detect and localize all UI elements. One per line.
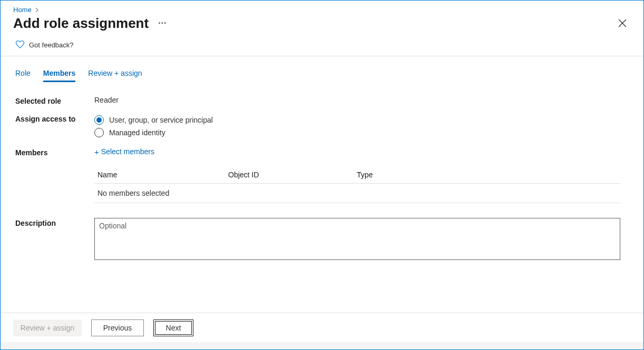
members-empty-text: No members selected	[97, 189, 228, 197]
col-type: Type	[357, 171, 617, 179]
tabs: Role Members Review + assign	[15, 66, 629, 92]
horizontal-scrollbar[interactable]	[1, 342, 643, 349]
select-members-link[interactable]: + Select members	[94, 147, 629, 156]
col-name: Name	[97, 171, 228, 179]
col-object-id: Object ID	[228, 171, 357, 179]
breadcrumb-home-link[interactable]: Home	[13, 6, 32, 14]
members-label: Members	[15, 147, 94, 157]
radio-label-user: User, group, or service principal	[109, 116, 213, 124]
chevron-right-icon	[35, 7, 39, 13]
row-assign-access: Assign access to User, group, or service…	[15, 109, 629, 143]
body-scroll[interactable]: Role Members Review + assign Selected ro…	[1, 56, 643, 349]
titlebar: Add role assignment ···	[1, 15, 643, 35]
radio-icon	[94, 128, 104, 137]
page-frame: Home Add role assignment ··· Got feedbac…	[0, 0, 644, 350]
tab-review-assign[interactable]: Review + assign	[88, 66, 142, 82]
review-assign-button: Review + assign	[13, 319, 82, 336]
page-title: Add role assignment ···	[13, 15, 167, 32]
radio-managed-identity[interactable]: Managed identity	[94, 126, 629, 139]
members-table-header: Name Object ID Type	[94, 166, 620, 184]
radio-icon	[94, 115, 104, 125]
plus-icon: +	[94, 148, 99, 156]
radio-label-managed: Managed identity	[109, 128, 165, 137]
selected-role-value: Reader	[94, 96, 629, 104]
breadcrumb: Home	[1, 1, 643, 15]
close-button[interactable]	[614, 15, 631, 32]
next-button[interactable]: Next	[153, 319, 193, 336]
select-members-text: Select members	[101, 147, 154, 156]
heart-icon	[15, 40, 25, 49]
description-label: Description	[15, 218, 94, 227]
members-empty-row: No members selected	[94, 184, 620, 203]
tab-role[interactable]: Role	[15, 66, 31, 82]
footer: Review + assign Previous Next	[1, 313, 643, 342]
row-members: Members + Select members Name Object ID …	[15, 143, 629, 207]
feedback-link[interactable]: Got feedback?	[1, 35, 643, 56]
feedback-text: Got feedback?	[29, 41, 74, 49]
description-textarea[interactable]	[94, 218, 620, 260]
previous-button[interactable]: Previous	[91, 319, 144, 336]
selected-role-label: Selected role	[15, 96, 94, 105]
row-selected-role: Selected role Reader	[15, 92, 629, 109]
more-icon[interactable]: ···	[158, 18, 167, 28]
row-description: Description	[15, 214, 629, 266]
radio-user-group-principal[interactable]: User, group, or service principal	[94, 114, 629, 126]
members-table: Name Object ID Type No members selected	[94, 166, 620, 203]
assign-access-options: User, group, or service principal Manage…	[94, 114, 629, 139]
body-inner: Role Members Review + assign Selected ro…	[1, 56, 643, 287]
close-icon	[618, 19, 627, 27]
tab-members[interactable]: Members	[43, 66, 75, 82]
assign-access-label: Assign access to	[15, 114, 94, 123]
page-title-text: Add role assignment	[13, 15, 149, 32]
